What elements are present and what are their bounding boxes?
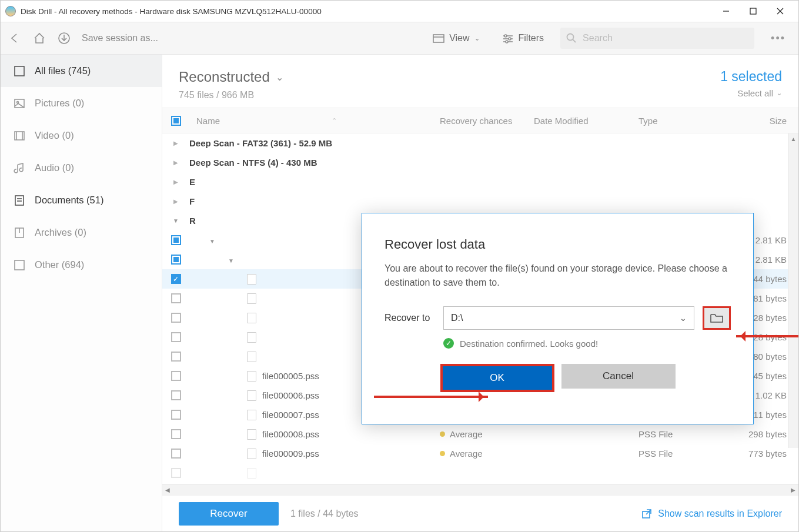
file-icon: [247, 352, 256, 362]
row-checkbox[interactable]: [171, 235, 181, 245]
table-row[interactable]: file000008.pssAveragePSS File298 bytes: [162, 424, 798, 444]
recovery-dot-icon: [440, 451, 445, 456]
cancel-button[interactable]: Cancel: [561, 364, 676, 389]
sidebar-item-documents[interactable]: Documents (51): [1, 184, 162, 216]
back-button[interactable]: [8, 31, 22, 45]
recover-button[interactable]: Recover: [179, 502, 279, 526]
svg-rect-16: [15, 66, 24, 76]
table-row[interactable]: Deep Scan - NTFS (4) - 430 MB: [162, 153, 798, 172]
svg-rect-27: [15, 260, 24, 270]
collapse-icon[interactable]: [189, 255, 228, 265]
view-dropdown[interactable]: View ⌄: [427, 33, 485, 44]
save-session-icon[interactable]: [57, 31, 71, 45]
destination-select[interactable]: D:\⌄: [443, 306, 694, 330]
svg-point-11: [504, 35, 507, 37]
svg-line-29: [646, 510, 651, 514]
row-checkbox[interactable]: [171, 313, 181, 323]
file-icon: [247, 449, 256, 459]
footer: Recover 1 files / 44 bytes Show scan res…: [162, 495, 798, 531]
select-all-button[interactable]: Select all⌄: [720, 88, 782, 98]
table-row[interactable]: [162, 463, 798, 483]
dialog-title: Recover lost data: [385, 237, 731, 252]
folder-icon: [710, 313, 723, 323]
svg-point-12: [509, 38, 511, 40]
column-recovery[interactable]: Recovery chances: [440, 116, 534, 126]
footer-count: 1 files / 44 bytes: [290, 508, 359, 519]
file-icon: [247, 429, 256, 440]
content: Reconstructed⌄ 745 files / 966 MB 1 sele…: [162, 55, 798, 531]
svg-point-18: [17, 101, 19, 103]
table-row[interactable]: E: [162, 172, 798, 192]
content-header: Reconstructed⌄ 745 files / 966 MB 1 sele…: [162, 55, 798, 108]
save-session-label[interactable]: Save session as...: [82, 33, 158, 44]
minimize-button[interactable]: [713, 2, 740, 20]
sidebar-item-archives[interactable]: Archives (0): [1, 216, 162, 249]
expand-icon[interactable]: [162, 179, 189, 185]
show-in-explorer-link[interactable]: Show scan results in Explorer: [641, 508, 782, 519]
expand-icon[interactable]: [162, 198, 189, 205]
row-checkbox[interactable]: [171, 352, 181, 362]
svg-line-15: [573, 39, 576, 42]
toolbar: Save session as... View ⌄ Filters Search…: [1, 22, 798, 55]
destination-confirm: ✓Destination confirmed. Looks good!: [443, 338, 731, 349]
sidebar-item-audio[interactable]: Audio (0): [1, 152, 162, 184]
select-all-checkbox[interactable]: [171, 116, 181, 126]
file-icon: [247, 332, 256, 343]
ok-button[interactable]: OK: [443, 366, 552, 390]
table-row[interactable]: Deep Scan - FAT32 (361) - 52.9 MB: [162, 133, 798, 153]
selected-count: 1 selected: [720, 69, 782, 85]
page-title[interactable]: Reconstructed⌄: [179, 69, 283, 85]
file-icon: [247, 313, 256, 323]
row-checkbox[interactable]: [171, 410, 181, 420]
svg-point-13: [506, 41, 508, 43]
collapse-icon[interactable]: [189, 235, 209, 245]
svg-point-14: [567, 34, 574, 41]
column-size[interactable]: Size: [722, 116, 798, 126]
horizontal-scrollbar[interactable]: ◀▶: [162, 484, 798, 495]
close-button[interactable]: [767, 2, 794, 20]
annotation-arrow: [736, 335, 799, 337]
chevron-down-icon: ⌄: [680, 313, 687, 323]
app-icon: [5, 6, 16, 16]
browse-folder-button[interactable]: [703, 306, 731, 330]
recover-to-label: Recover to: [385, 313, 435, 323]
vertical-scrollbar[interactable]: ▲: [788, 133, 798, 448]
chevron-down-icon: ⌄: [474, 35, 480, 42]
svg-rect-22: [15, 196, 24, 205]
row-checkbox[interactable]: [171, 255, 181, 265]
filters-button[interactable]: Filters: [496, 33, 550, 44]
row-checkbox[interactable]: [171, 449, 181, 459]
sidebar-item-pictures[interactable]: Pictures (0): [1, 87, 162, 119]
column-date[interactable]: Date Modified: [534, 116, 634, 126]
sidebar-item-video[interactable]: Video (0): [1, 119, 162, 152]
recovery-dot-icon: [440, 431, 445, 437]
row-checkbox[interactable]: [171, 371, 181, 381]
column-name[interactable]: Name: [196, 116, 220, 126]
column-type[interactable]: Type: [634, 116, 722, 126]
sidebar: All files (745) Pictures (0) Video (0) A…: [1, 55, 162, 531]
row-checkbox[interactable]: [171, 332, 181, 342]
dialog-text: You are about to recover the file(s) fou…: [385, 262, 731, 290]
row-checkbox[interactable]: [171, 390, 181, 400]
external-link-icon: [641, 508, 652, 519]
row-checkbox[interactable]: [171, 293, 181, 303]
collapse-icon[interactable]: [162, 218, 189, 224]
search-input[interactable]: Search: [560, 28, 754, 49]
files-summary: 745 files / 966 MB: [179, 90, 283, 101]
maximize-button[interactable]: [740, 2, 767, 20]
sidebar-item-all-files[interactable]: All files (745): [1, 55, 162, 87]
more-menu[interactable]: •••: [765, 32, 791, 45]
table-row[interactable]: file000009.pssAveragePSS File773 bytes: [162, 444, 798, 463]
sidebar-item-other[interactable]: Other (694): [1, 249, 162, 281]
home-button[interactable]: [32, 31, 46, 45]
row-checkbox[interactable]: [171, 274, 181, 284]
expand-icon[interactable]: [162, 140, 189, 146]
titlebar: Disk Drill - All recovery methods - Hard…: [1, 1, 798, 22]
row-checkbox[interactable]: [171, 468, 181, 478]
expand-icon[interactable]: [162, 159, 189, 166]
row-checkbox[interactable]: [171, 429, 181, 439]
recover-dialog: Recover lost data You are about to recov…: [362, 213, 754, 424]
table-header: Name⌃ Recovery chances Date Modified Typ…: [162, 108, 798, 133]
table-row[interactable]: F: [162, 192, 798, 211]
file-icon: [247, 274, 256, 285]
